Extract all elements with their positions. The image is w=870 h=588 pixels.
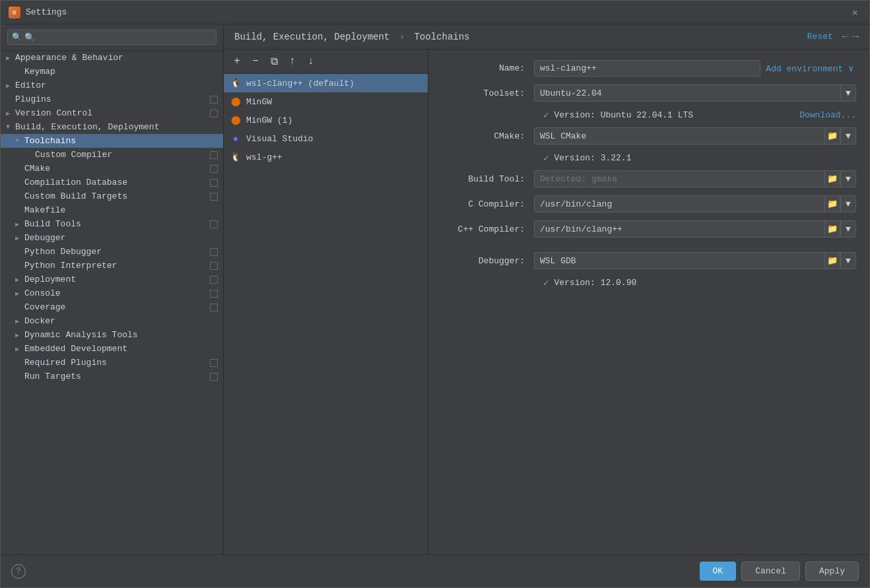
cmake-dropdown-button[interactable]: ▼ bbox=[840, 127, 856, 145]
c-compiler-dropdown-button[interactable]: ▼ bbox=[840, 195, 856, 212]
gnu-icon: ⬤ bbox=[230, 115, 241, 125]
expand-arrow: ▼ bbox=[6, 123, 15, 131]
ok-button[interactable]: OK bbox=[700, 562, 737, 581]
search-input[interactable] bbox=[24, 32, 212, 42]
expand-arrow: ▶ bbox=[6, 54, 15, 62]
cancel-button[interactable]: Cancel bbox=[741, 562, 800, 581]
forward-button[interactable]: → bbox=[852, 31, 859, 43]
ext-icon bbox=[210, 151, 218, 159]
sidebar-item-required-plugins[interactable]: Required Plugins bbox=[1, 356, 223, 370]
toolchain-entries: 🐧 wsl-clang++ (default) ⬤ MinGW bbox=[224, 74, 428, 554]
help-button[interactable]: ? bbox=[11, 564, 26, 579]
search-bar: 🔍 bbox=[1, 24, 223, 51]
sidebar-item-python-debugger[interactable]: Python Debugger bbox=[1, 245, 223, 259]
sidebar-item-coverage[interactable]: Coverage bbox=[1, 300, 223, 314]
remove-toolchain-button[interactable]: − bbox=[248, 53, 263, 69]
sidebar-item-custom-compiler[interactable]: Custom Compiler bbox=[1, 148, 223, 162]
sidebar-item-plugins[interactable]: Plugins bbox=[1, 92, 223, 106]
build-tool-dropdown-button[interactable]: ▼ bbox=[840, 170, 856, 187]
move-down-button[interactable]: ↓ bbox=[303, 53, 319, 69]
sidebar-item-docker[interactable]: ▶ Docker bbox=[1, 314, 223, 328]
dialog-footer: ? OK Cancel Apply bbox=[1, 554, 869, 587]
cpp-compiler-dropdown-button[interactable]: ▼ bbox=[840, 220, 856, 238]
sidebar-item-build[interactable]: ▼ Build, Execution, Deployment bbox=[1, 120, 223, 134]
toolchain-entry-mingw[interactable]: ⬤ MinGW bbox=[224, 92, 428, 111]
sidebar-item-dynamic-analysis[interactable]: ▶ Dynamic Analysis Tools bbox=[1, 328, 223, 342]
config-name-input[interactable] bbox=[534, 60, 760, 77]
build-tool-input[interactable] bbox=[534, 170, 824, 187]
sidebar-item-deployment[interactable]: ▶ Deployment bbox=[1, 273, 223, 286]
debugger-input[interactable] bbox=[534, 252, 824, 269]
ext-icon bbox=[210, 359, 218, 367]
sidebar-item-label: Console bbox=[24, 288, 210, 298]
cmake-input[interactable] bbox=[534, 127, 824, 145]
sidebar-item-console[interactable]: ▶ Console bbox=[1, 286, 223, 300]
sidebar-item-vcs[interactable]: ▶ Version Control bbox=[1, 106, 223, 120]
sidebar-item-compdb[interactable]: Compilation Database bbox=[1, 176, 223, 189]
add-environment-button[interactable]: Add environment ∨ bbox=[763, 63, 856, 74]
ext-icon bbox=[210, 96, 218, 104]
debugger-version-check: ✓ bbox=[543, 277, 549, 288]
sidebar-item-label: Custom Build Targets bbox=[24, 191, 210, 201]
list-toolbar: + − ⧉ ↑ ↓ bbox=[224, 49, 428, 74]
toolchain-entry-mingw1[interactable]: ⬤ MinGW (1) bbox=[224, 111, 428, 129]
sidebar-item-keymap[interactable]: Keymap bbox=[1, 65, 223, 79]
toolset-input[interactable] bbox=[534, 84, 840, 102]
cmake-version-row: ✓ Version: 3.22.1 bbox=[442, 152, 856, 164]
cpp-compiler-folder-button[interactable]: 📁 bbox=[824, 220, 840, 238]
toolchain-entry-wsl-g[interactable]: 🐧 wsl-g++ bbox=[224, 148, 428, 166]
main-content: Build, Execution, Deployment › Toolchain… bbox=[224, 24, 869, 554]
cmake-folder-button[interactable]: 📁 bbox=[824, 127, 840, 145]
sidebar-item-label: Debugger bbox=[24, 233, 218, 243]
breadcrumb-bar: Build, Execution, Deployment › Toolchain… bbox=[224, 24, 869, 49]
build-tool-input-group: 📁 ▼ bbox=[534, 170, 856, 187]
add-toolchain-button[interactable]: + bbox=[229, 53, 245, 69]
footer-left: ? bbox=[11, 564, 26, 579]
sidebar-item-appearance[interactable]: ▶ Appearance & Behavior bbox=[1, 51, 223, 65]
sidebar-item-run-targets[interactable]: Run Targets bbox=[1, 370, 223, 383]
sidebar-item-label: Dynamic Analysis Tools bbox=[24, 330, 218, 340]
sidebar-item-debugger[interactable]: ▶ Debugger bbox=[1, 231, 223, 245]
debugger-input-group: 📁 ▼ bbox=[534, 252, 856, 269]
close-button[interactable]: ✕ bbox=[848, 6, 861, 19]
sidebar-item-embedded[interactable]: ▶ Embedded Development bbox=[1, 342, 223, 356]
build-tool-folder-button[interactable]: 📁 bbox=[824, 170, 840, 187]
config-toolset-input-wrap: ▼ bbox=[534, 84, 856, 102]
ext-icon bbox=[210, 262, 218, 270]
toolchain-config: Name: Add environment ∨ Toolset: ▼ bbox=[428, 49, 869, 554]
ext-icon bbox=[210, 165, 218, 173]
config-debugger-label: Debugger: bbox=[442, 256, 534, 266]
sidebar-item-editor[interactable]: ▶ Editor bbox=[1, 79, 223, 92]
back-button[interactable]: ← bbox=[842, 31, 849, 43]
apply-button[interactable]: Apply bbox=[805, 562, 859, 581]
debugger-dropdown-button[interactable]: ▼ bbox=[840, 252, 856, 269]
sidebar-item-cmake[interactable]: CMake bbox=[1, 162, 223, 176]
toolchain-entry-wsl-clang[interactable]: 🐧 wsl-clang++ (default) bbox=[224, 74, 428, 92]
sidebar-item-label: Build Tools bbox=[24, 219, 210, 229]
ext-icon bbox=[210, 373, 218, 381]
config-debugger-row: Debugger: 📁 ▼ bbox=[442, 252, 856, 269]
c-compiler-folder-button[interactable]: 📁 bbox=[824, 195, 840, 212]
settings-dialog: ⚙ Settings ✕ 🔍 ▶ Appearance & Behavior bbox=[0, 0, 870, 588]
reset-button[interactable]: Reset bbox=[802, 30, 838, 44]
gnu-icon: ⬤ bbox=[230, 96, 241, 107]
copy-toolchain-button[interactable]: ⧉ bbox=[266, 53, 282, 69]
dialog-title: Settings bbox=[26, 7, 67, 17]
sidebar-item-python-interpreter[interactable]: Python Interpreter bbox=[1, 259, 223, 273]
move-up-button[interactable]: ↑ bbox=[284, 53, 300, 69]
toolset-dropdown-button[interactable]: ▼ bbox=[840, 84, 856, 102]
sidebar-item-label: Appearance & Behavior bbox=[15, 53, 218, 63]
c-compiler-input[interactable] bbox=[534, 195, 824, 212]
sidebar-item-label: Required Plugins bbox=[24, 358, 210, 368]
cpp-compiler-input[interactable] bbox=[534, 220, 824, 238]
expand-arrow: ▶ bbox=[6, 82, 15, 90]
sidebar-item-custom-build[interactable]: Custom Build Targets bbox=[1, 189, 223, 203]
debugger-folder-button[interactable]: 📁 bbox=[824, 252, 840, 269]
sidebar-item-makefile[interactable]: Makefile bbox=[1, 203, 223, 217]
download-link[interactable]: Download... bbox=[799, 110, 856, 120]
toolchain-entry-vs[interactable]: ◆ Visual Studio bbox=[224, 129, 428, 148]
sidebar-item-label: Build, Execution, Deployment bbox=[15, 122, 218, 132]
sidebar-item-build-tools[interactable]: ▶ Build Tools bbox=[1, 217, 223, 231]
toolset-version-check: ✓ bbox=[543, 110, 549, 121]
sidebar-item-toolchains[interactable]: ▼ Toolchains bbox=[1, 134, 223, 148]
